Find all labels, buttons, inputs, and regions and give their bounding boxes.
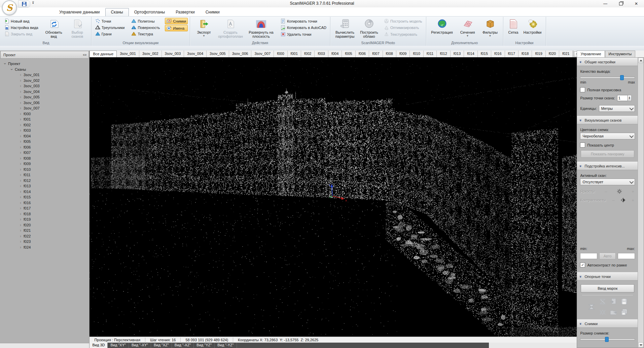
- tab-scroll-left-button[interactable]: [574, 51, 577, 57]
- data-tab[interactable]: 3sov_007: [251, 51, 274, 57]
- auto-button[interactable]: Авто: [599, 253, 616, 259]
- menu-tab[interactable]: Развертки: [170, 8, 200, 16]
- data-tab[interactable]: f004: [328, 51, 342, 57]
- scroll-up-button[interactable]: [638, 58, 643, 63]
- data-tab[interactable]: f006: [356, 51, 369, 57]
- grid-button[interactable]: Сетка: [505, 18, 522, 35]
- section-intensity-header[interactable]: » Подстройка интенсив...: [577, 162, 638, 170]
- units-dropdown[interactable]: Метры: [599, 105, 635, 112]
- data-tab[interactable]: f017: [505, 51, 518, 57]
- view-tab[interactable]: Вид "YZ": [194, 343, 215, 348]
- show-panorama-button[interactable]: Показать панораму: [581, 150, 634, 158]
- chevron-right-icon[interactable]: ›: [19, 234, 22, 238]
- mark-delete-button[interactable]: [599, 298, 606, 305]
- chevron-right-icon[interactable]: ›: [19, 173, 22, 177]
- copy-autocad-button[interactable]: Копировать в AutoCAD: [279, 25, 328, 31]
- close-button[interactable]: ✕: [629, 0, 644, 7]
- chevron-right-icon[interactable]: ›: [19, 218, 22, 221]
- chevron-right-icon[interactable]: ›: [19, 184, 22, 188]
- build-model-button[interactable]: Построить модель: [382, 18, 424, 24]
- tree-scan-item[interactable]: › f004: [0, 133, 89, 139]
- quality-slider[interactable]: [580, 75, 635, 80]
- menu-tab[interactable]: Управление данными: [54, 8, 105, 16]
- tree-node-root[interactable]: › Проект: [0, 61, 89, 67]
- chevron-right-icon[interactable]: ›: [19, 179, 22, 182]
- data-tab[interactable]: f001: [288, 51, 301, 57]
- texturize-button[interactable]: Текстурировать: [382, 31, 424, 37]
- chevron-right-icon[interactable]: ›: [19, 168, 22, 171]
- chevron-right-icon[interactable]: ›: [19, 129, 22, 132]
- photos-toggle[interactable]: Снимки: [165, 18, 188, 24]
- triangles-toggle[interactable]: Треугольники: [94, 24, 127, 31]
- chevron-right-icon[interactable]: ›: [19, 223, 22, 227]
- tree-scan-item[interactable]: › 3sov_007: [0, 105, 89, 111]
- registration-button[interactable]: Регистрация: [428, 18, 456, 35]
- photo-size-slider[interactable]: [580, 337, 635, 341]
- tree-scan-item[interactable]: › f011: [0, 172, 89, 178]
- tree-scan-item[interactable]: › f018: [0, 211, 89, 217]
- tree-scan-item[interactable]: › f019: [0, 217, 89, 222]
- tree-scan-item[interactable]: › f013: [0, 183, 89, 189]
- new-view-button[interactable]: Новый вид: [3, 18, 40, 24]
- autocontrast-checkbox[interactable]: ✓ Автоконтраст по рамке: [580, 262, 635, 267]
- data-tab[interactable]: 3sov_005: [207, 51, 229, 57]
- chevron-right-icon[interactable]: ›: [19, 73, 22, 76]
- tree-scan-item[interactable]: › f010: [0, 167, 89, 172]
- section-photos-header[interactable]: » Снимки: [577, 319, 638, 328]
- tree-scan-item[interactable]: › 3sov_004: [0, 89, 89, 95]
- data-tab[interactable]: f019: [532, 51, 545, 57]
- viewport-3d[interactable]: [90, 57, 577, 337]
- view-tab[interactable]: Вид "-YZ": [215, 343, 237, 348]
- optimize-button[interactable]: Оптимизировать: [382, 25, 424, 31]
- view-tab[interactable]: Вид "-XZ": [172, 343, 194, 348]
- tree-scan-item[interactable]: › 3sov_002: [0, 78, 89, 84]
- color-scheme-dropdown[interactable]: Чернобелая: [580, 133, 635, 139]
- mark-save-button[interactable]: [620, 298, 628, 305]
- chevron-right-icon[interactable]: ›: [19, 151, 22, 154]
- mark-paste-button[interactable]: [610, 298, 617, 305]
- mark-hourglass-button[interactable]: [587, 303, 596, 311]
- data-tab[interactable]: f016: [491, 51, 505, 57]
- data-tab[interactable]: f015: [478, 51, 491, 57]
- tree-scan-item[interactable]: › f007: [0, 150, 89, 156]
- filters-button[interactable]: Фильтры▼: [479, 18, 501, 38]
- data-tab[interactable]: f020: [546, 51, 559, 57]
- minimize-button[interactable]: —: [598, 0, 613, 7]
- chevron-right-icon[interactable]: ›: [19, 90, 22, 93]
- chevron-right-icon[interactable]: ›: [19, 106, 22, 110]
- chevron-right-icon[interactable]: ›: [19, 207, 22, 210]
- view-settings-button[interactable]: Настройка вида: [3, 24, 40, 31]
- tree-scan-item[interactable]: › f016: [0, 200, 89, 206]
- chevron-expanded-icon[interactable]: ›: [3, 62, 7, 65]
- tree-scan-item[interactable]: › f023: [0, 239, 89, 245]
- point-size-stepper[interactable]: ▲▼: [617, 95, 632, 101]
- chevron-right-icon[interactable]: ›: [19, 229, 22, 232]
- chevron-right-icon[interactable]: ›: [19, 240, 22, 243]
- data-tab[interactable]: f012: [437, 51, 450, 57]
- data-tab[interactable]: f007: [369, 51, 383, 57]
- data-tab[interactable]: f002: [301, 51, 315, 57]
- data-tab[interactable]: f008: [383, 51, 396, 57]
- panel-collapse-icon[interactable]: «»: [82, 53, 87, 57]
- tree-scan-item[interactable]: › f006: [0, 145, 89, 150]
- chevron-right-icon[interactable]: ›: [19, 79, 22, 82]
- data-tab[interactable]: f014: [464, 51, 477, 57]
- polygons-toggle[interactable]: Полигоны: [130, 18, 162, 24]
- tree-scan-item[interactable]: › f012: [0, 178, 89, 184]
- checkbox-unchecked-icon[interactable]: [580, 143, 585, 148]
- menu-tab[interactable]: Сканы: [105, 8, 129, 16]
- tab-control[interactable]: Управление: [577, 51, 605, 57]
- tree-scan-item[interactable]: › f021: [0, 228, 89, 233]
- refresh-view-button[interactable]: Обновить вид: [42, 18, 66, 39]
- data-tab[interactable]: f005: [342, 51, 355, 57]
- chevron-right-icon[interactable]: ›: [19, 190, 22, 193]
- data-tab[interactable]: f013: [451, 51, 464, 57]
- contrast-plus-button[interactable]: +: [631, 198, 635, 203]
- intensity-max-input[interactable]: [618, 253, 635, 259]
- tree-scan-item[interactable]: › f014: [0, 189, 89, 195]
- delete-points-button[interactable]: Удалить точки: [279, 31, 328, 37]
- sections-button[interactable]: Сечения▼: [456, 18, 479, 38]
- chevron-right-icon[interactable]: ›: [19, 146, 22, 149]
- customize-toolbar-icon[interactable]: ▾: [32, 1, 34, 4]
- view-tab[interactable]: Вид "XY": [108, 343, 129, 348]
